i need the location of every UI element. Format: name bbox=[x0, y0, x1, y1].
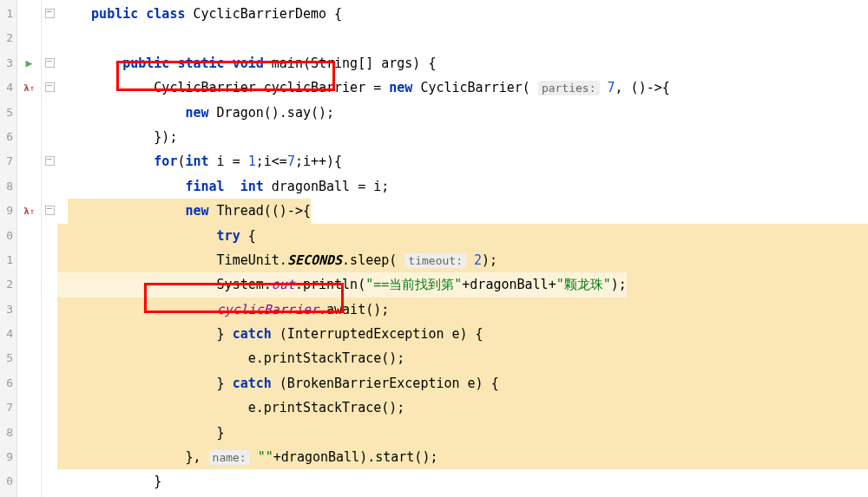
fold-toggle[interactable] bbox=[42, 2, 57, 26]
code-line[interactable]: public static void main(String[] args) { bbox=[57, 51, 868, 75]
line-number: 1 bbox=[0, 248, 16, 272]
line-number: 9 bbox=[0, 445, 16, 469]
code-line[interactable] bbox=[57, 26, 868, 50]
code-line[interactable]: new Thread(()->{ bbox=[57, 199, 868, 223]
fold-toggle[interactable] bbox=[42, 51, 57, 75]
code-line[interactable]: } bbox=[57, 469, 868, 494]
line-number: 8 bbox=[0, 421, 16, 445]
code-line[interactable]: for(int i = 1;i<=7;i++){ bbox=[57, 149, 868, 173]
code-line[interactable]: System.out.println("==当前找到第"+dragonBall+… bbox=[57, 272, 868, 297]
line-number: 3 bbox=[0, 51, 16, 75]
inline-hint: parties: bbox=[538, 81, 600, 95]
line-number: 7 bbox=[0, 396, 16, 420]
lambda-marker-icon[interactable]: λ↑ bbox=[17, 199, 41, 223]
line-number: 1 bbox=[0, 2, 16, 26]
code-line[interactable]: public class CyclicBarrierDemo { bbox=[57, 2, 868, 26]
code-line[interactable]: } catch (BrokenBarrierException e) { bbox=[57, 371, 868, 396]
code-line[interactable]: try { bbox=[57, 224, 868, 248]
line-number: 5 bbox=[0, 101, 16, 125]
code-line[interactable]: new Dragon().say(); bbox=[57, 101, 868, 125]
fold-gutter bbox=[42, 0, 57, 497]
line-number: 8 bbox=[0, 174, 16, 199]
line-number: 0 bbox=[0, 469, 16, 494]
inline-hint: name: bbox=[209, 450, 250, 465]
code-line[interactable]: }); bbox=[57, 125, 868, 149]
code-line[interactable]: final int dragonBall = i; bbox=[57, 174, 868, 199]
fold-toggle[interactable] bbox=[42, 149, 57, 173]
code-line[interactable]: CyclicBarrier cyclicBarrier = new Cyclic… bbox=[57, 75, 868, 100]
fold-toggle[interactable] bbox=[42, 75, 57, 100]
fold-toggle[interactable] bbox=[42, 199, 57, 223]
line-number: 5 bbox=[0, 346, 16, 370]
line-number: 0 bbox=[0, 224, 16, 248]
line-number: 2 bbox=[0, 26, 16, 50]
code-line[interactable]: } bbox=[57, 421, 868, 445]
gutter-marks: ▶ λ↑ λ↑ bbox=[17, 0, 42, 497]
inline-hint: timeout: bbox=[404, 253, 466, 268]
code-editor: 1 2 3 4 5 6 7 8 9 0 1 2 3 4 5 6 7 8 9 0 … bbox=[0, 0, 868, 497]
line-number: 9 bbox=[0, 199, 16, 223]
line-number: 4 bbox=[0, 75, 16, 100]
line-number: 6 bbox=[0, 371, 16, 396]
code-line[interactable]: } catch (InterruptedException e) { bbox=[57, 322, 868, 346]
line-number: 7 bbox=[0, 149, 16, 173]
line-number-gutter: 1 2 3 4 5 6 7 8 9 0 1 2 3 4 5 6 7 8 9 0 … bbox=[0, 0, 17, 497]
line-number: 4 bbox=[0, 322, 16, 346]
code-line[interactable]: e.printStackTrace(); bbox=[57, 346, 868, 370]
code-line[interactable]: e.printStackTrace(); bbox=[57, 396, 868, 420]
line-number: 2 bbox=[0, 272, 16, 297]
lambda-marker-icon[interactable]: λ↑ bbox=[17, 75, 41, 100]
code-area[interactable]: public class CyclicBarrierDemo { public … bbox=[57, 0, 868, 497]
run-icon[interactable]: ▶ bbox=[17, 51, 41, 75]
line-number: 3 bbox=[0, 298, 16, 322]
code-line[interactable]: }, name: ""+dragonBall).start(); bbox=[57, 445, 868, 469]
code-line[interactable]: cyclicBarrier.await(); bbox=[57, 298, 868, 322]
code-line[interactable]: TimeUnit.SECONDS.sleep( timeout: 2); bbox=[57, 248, 868, 272]
line-number: 6 bbox=[0, 125, 16, 149]
